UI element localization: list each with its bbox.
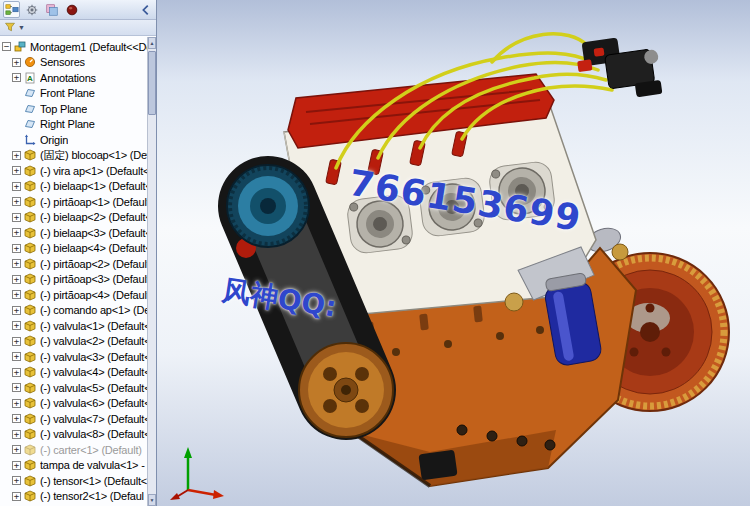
- tree-item[interactable]: +(-) pirtãoap<4> (Default<: [0, 287, 147, 303]
- propertymanager-icon[interactable]: [23, 1, 40, 18]
- tree-scrollbar[interactable]: ▲ ▼: [147, 37, 156, 506]
- displaymanager-icon[interactable]: [63, 1, 80, 18]
- tree-item[interactable]: +tampa de valvula<1> -: [0, 458, 147, 474]
- tree-item[interactable]: +(固定) blocoap<1> (Def: [0, 148, 147, 164]
- orientation-triad-icon: [168, 442, 228, 500]
- tree-item[interactable]: +(-) bielaap<2> (Default<: [0, 210, 147, 226]
- tree-item[interactable]: +(-) vira ap<1> (Default<: [0, 163, 147, 179]
- tree-item[interactable]: +(-) tensor2<1> (Defaul: [0, 489, 147, 505]
- tree-item[interactable]: +(-) tensor<1> (Default<: [0, 473, 147, 489]
- tree-item-label: (-) pirtãoap<3> (Default<: [40, 273, 147, 285]
- tree-item[interactable]: +(-) bielaap<4> (Default<: [0, 241, 147, 257]
- expander-icon[interactable]: +: [12, 166, 21, 175]
- tree-item[interactable]: +(-) pirtãoap<2> (Default<: [0, 256, 147, 272]
- featuremanager-tree-icon[interactable]: [3, 1, 20, 18]
- origin-icon: [24, 134, 37, 146]
- tree-item[interactable]: +(-) bielaap<3> (Default<: [0, 225, 147, 241]
- tree-item[interactable]: −Montagem1 (Default<<De: [0, 39, 147, 55]
- scrollbar-thumb[interactable]: [148, 51, 156, 115]
- solidworks-window: 766153699 风神QQ: ▼ −Montagem1 (Default<<D…: [0, 0, 750, 506]
- expander-icon[interactable]: +: [12, 182, 21, 191]
- svg-text:A: A: [27, 74, 33, 83]
- tree-item-label: (-) vira ap<1> (Default<: [40, 165, 147, 177]
- tree-item[interactable]: +(-) comando ap<1> (Default<: [0, 303, 147, 319]
- tree-item[interactable]: Front Plane: [0, 86, 147, 102]
- tree-item[interactable]: +(-) valvula<2> (Default<: [0, 334, 147, 350]
- tree-item[interactable]: Top Plane: [0, 101, 147, 117]
- tree-item-label: (-) bielaap<2> (Default<: [40, 211, 147, 223]
- tree-item-label: Annotations: [40, 72, 96, 84]
- part-icon: [24, 211, 37, 223]
- expander-icon[interactable]: +: [12, 213, 21, 222]
- tree-item[interactable]: +(-) bielaap<1> (Default<: [0, 179, 147, 195]
- part-icon: [24, 413, 37, 425]
- expander-icon[interactable]: +: [12, 399, 21, 408]
- tree-item[interactable]: +(-) valvula<4> (Default<: [0, 365, 147, 381]
- tree-item[interactable]: +(-) pirtãoap<3> (Default<: [0, 272, 147, 288]
- expander-icon[interactable]: +: [12, 430, 21, 439]
- tree-item[interactable]: +(-) valvula<7> (Default<: [0, 411, 147, 427]
- tree-item[interactable]: +(-) valvula<6> (Default<: [0, 396, 147, 412]
- expander-icon[interactable]: +: [12, 352, 21, 361]
- expander-icon[interactable]: +: [12, 306, 21, 315]
- tree-item[interactable]: +Sensores: [0, 55, 147, 71]
- part-icon: [24, 242, 37, 254]
- tree-item[interactable]: +(-) valvula<3> (Default<: [0, 349, 147, 365]
- expander-icon[interactable]: −: [2, 42, 11, 51]
- scroll-up-icon[interactable]: ▲: [148, 37, 156, 49]
- tree-item-label: Montagem1 (Default<<De: [30, 41, 147, 53]
- feature-tree: −Montagem1 (Default<<De+Sensores+AAnnota…: [0, 37, 147, 506]
- collapse-panel-icon[interactable]: [139, 3, 153, 17]
- tree-item-label: (-) valvula<4> (Default<: [40, 366, 147, 378]
- expander-icon[interactable]: +: [12, 337, 21, 346]
- tree-item-label: (固定) blocoap<1> (Def: [40, 148, 147, 163]
- expander-icon[interactable]: +: [12, 476, 21, 485]
- featuremanager-tab-bar: [0, 0, 156, 20]
- expander-icon[interactable]: +: [12, 492, 21, 501]
- tree-item[interactable]: +(-) carter<1> (Default): [0, 442, 147, 458]
- configurationmanager-icon[interactable]: [43, 1, 60, 18]
- tree-item[interactable]: +(-) valvula<1> (Default<: [0, 318, 147, 334]
- scroll-down-icon[interactable]: ▼: [148, 494, 156, 506]
- tree-item[interactable]: +(-) valvula<5> (Default<: [0, 380, 147, 396]
- expander-icon[interactable]: +: [12, 244, 21, 253]
- expander-icon[interactable]: +: [12, 445, 21, 454]
- tree-item-label: (-) valvula<1> (Default<: [40, 320, 147, 332]
- expander-icon[interactable]: +: [12, 414, 21, 423]
- expander-icon[interactable]: +: [12, 368, 21, 377]
- expander-icon[interactable]: +: [12, 73, 21, 82]
- expander-icon[interactable]: +: [12, 290, 21, 299]
- expander-icon[interactable]: +: [12, 228, 21, 237]
- tree-item-label: (-) valvula<7> (Default<: [40, 413, 147, 425]
- expander-icon[interactable]: +: [12, 383, 21, 392]
- tree-item-label: tampa de valvula<1> -: [40, 459, 145, 471]
- tree-item-label: (-) bielaap<3> (Default<: [40, 227, 147, 239]
- part-icon: [24, 351, 37, 363]
- part-icon: [24, 180, 37, 192]
- part-icon: [24, 428, 37, 440]
- expander-icon[interactable]: +: [12, 197, 21, 206]
- tree-item[interactable]: +(-) valvula<8> (Default<: [0, 427, 147, 443]
- expander-icon[interactable]: +: [12, 461, 21, 470]
- featuremanager-filter-row: ▼: [0, 20, 156, 36]
- tree-item-label: Sensores: [40, 56, 85, 68]
- part-icon: [24, 273, 37, 285]
- tree-item[interactable]: Origin: [0, 132, 147, 148]
- tree-item-label: (-) tensor<1> (Default<: [40, 475, 147, 487]
- sensors-folder-icon: [24, 56, 37, 68]
- part-icon: [24, 475, 37, 487]
- tree-item[interactable]: +(-) pirtãoap<1> (Default<: [0, 194, 147, 210]
- expander-icon[interactable]: +: [12, 321, 21, 330]
- tree-item[interactable]: +AAnnotations: [0, 70, 147, 86]
- tree-item-label: (-) comando ap<1> (Default<: [40, 304, 147, 316]
- chevron-down-icon[interactable]: ▼: [18, 24, 25, 31]
- tree-item-label: Origin: [40, 134, 68, 146]
- expander-icon[interactable]: +: [12, 275, 21, 284]
- filter-icon[interactable]: [4, 21, 16, 35]
- tree-item[interactable]: Right Plane: [0, 117, 147, 133]
- expander-icon[interactable]: +: [12, 151, 21, 160]
- expander-icon[interactable]: +: [12, 259, 21, 268]
- part-icon: [24, 165, 37, 177]
- part-icon: [24, 149, 37, 161]
- expander-icon[interactable]: +: [12, 58, 21, 67]
